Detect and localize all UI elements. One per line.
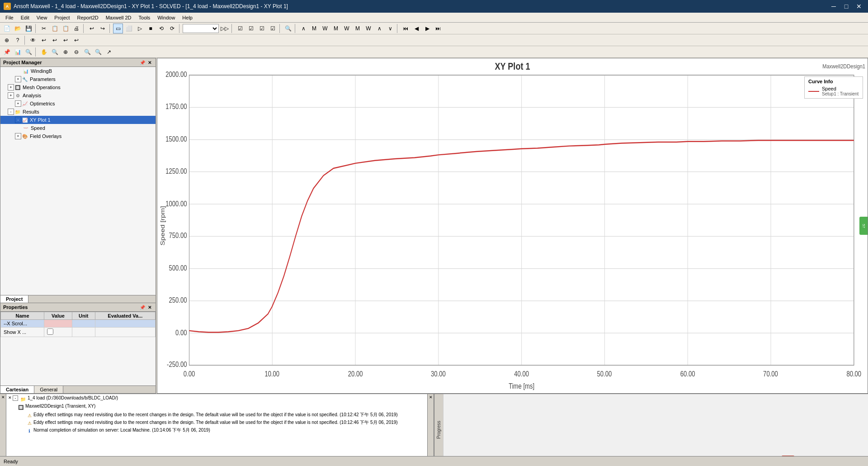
tb-draw[interactable]: ⬜ (124, 24, 134, 33)
close-button[interactable]: ✕ (854, 2, 864, 10)
tree-speed[interactable]: 〰 Speed (0, 124, 156, 132)
tb-new[interactable]: 📄 (2, 24, 12, 33)
tb-wave4[interactable]: M (331, 24, 341, 33)
window-controls[interactable]: ─ □ ✕ (828, 2, 864, 10)
tb3-region[interactable]: 🔍 (93, 47, 103, 57)
analysis-toggle[interactable]: + (8, 92, 14, 99)
msg-load-toggle[interactable]: - (13, 395, 18, 401)
tb-check4[interactable]: ☑ (268, 24, 278, 33)
table-row[interactable]: --X Scrol... (1, 320, 156, 328)
tree-field-overlays[interactable]: + 🎨 Field Overlays (0, 132, 156, 140)
tab-cartesian[interactable]: Cartesian (0, 386, 34, 393)
tb3-magnify[interactable]: 🔍 (50, 47, 60, 57)
tb3-zoomout[interactable]: ⊖ (71, 47, 81, 57)
mesh-toggle[interactable]: + (8, 84, 14, 90)
msg-tree-design[interactable]: 🔲 Maxwell2DDesign1 (Transient, XY) (8, 403, 425, 411)
props-header-btns[interactable]: 📌 ✕ (139, 304, 153, 310)
optimetrics-toggle[interactable]: + (15, 100, 21, 107)
tb3-search[interactable]: 🔍 (24, 47, 33, 57)
menu-window[interactable]: Window (154, 13, 179, 23)
xyplot1-toggle[interactable]: - (15, 117, 21, 123)
tb-wave7[interactable]: W (363, 24, 373, 33)
tb-prev[interactable]: ◀ (411, 24, 421, 33)
tb-run[interactable]: ▷ (135, 24, 145, 33)
tb-wave9[interactable]: ∨ (385, 24, 395, 33)
minimize-button[interactable]: ─ (828, 2, 839, 10)
tb-search[interactable]: 🔍 (283, 24, 293, 33)
tb-redo[interactable]: ↪ (98, 24, 108, 33)
tb-save[interactable]: 💾 (24, 24, 33, 33)
tb3-fit[interactable]: 🔍 (82, 47, 92, 57)
tree-analysis[interactable]: + ⚙ Analysis (0, 91, 156, 100)
tb2-eye[interactable]: 👁 (28, 35, 38, 45)
show-x-checkbox[interactable] (47, 328, 53, 335)
tb-dropdown[interactable] (183, 24, 219, 33)
prop-value-2[interactable] (44, 328, 72, 337)
tab-general[interactable]: General (34, 386, 63, 393)
menu-maxwell2d[interactable]: Maxwell 2D (102, 13, 135, 23)
tree-windingb[interactable]: 📊 WindingB (0, 67, 156, 75)
tb-wave1[interactable]: ∧ (298, 24, 308, 33)
menu-report2d[interactable]: Report2D (74, 13, 102, 23)
tree-parameters[interactable]: + 🔧 Parameters (0, 75, 156, 83)
tb-wave6[interactable]: M (353, 24, 363, 33)
bottom-panel-close[interactable]: ✕ (1, 395, 5, 399)
pm-pin-btn[interactable]: 📌 (139, 59, 146, 66)
menu-edit[interactable]: Edit (17, 13, 33, 23)
results-toggle[interactable]: - (8, 109, 14, 115)
tb-refresh1[interactable]: ⟲ (156, 24, 166, 33)
tb-next[interactable]: ▶ (422, 24, 432, 33)
menu-file[interactable]: File (2, 13, 17, 23)
tb3-zoomin[interactable]: ⊕ (61, 47, 71, 57)
tb-open[interactable]: 📂 (13, 24, 23, 33)
tb-select[interactable]: ▭ (113, 24, 123, 33)
msg-tree-load[interactable]: ✕ - 📁 1_4 load (D:/360Downloads/b/BLDC_L… (8, 395, 425, 403)
tb2-r1[interactable]: ↩ (39, 35, 49, 45)
tb-refresh2[interactable]: ⟳ (167, 24, 177, 33)
tb-wave3[interactable]: W (320, 24, 330, 33)
tb3-hand[interactable]: ✋ (39, 47, 49, 57)
tree-results[interactable]: - 📁 Results (0, 108, 156, 116)
tb-wave5[interactable]: W (342, 24, 352, 33)
tb-check1[interactable]: ☑ (235, 24, 245, 33)
fieldoverlays-toggle[interactable]: + (15, 133, 21, 139)
side-green-button[interactable]: 57 (859, 217, 868, 235)
props-pin-btn[interactable]: 📌 (139, 304, 146, 310)
tb-check3[interactable]: ☑ (257, 24, 267, 33)
progress-panel-close[interactable]: ✕ (429, 395, 433, 399)
tree-mesh-operations[interactable]: + 🔲 Mesh Operations (0, 83, 156, 91)
tb-cut[interactable]: ✂ (39, 24, 49, 33)
tb-paste[interactable]: 📋 (61, 24, 71, 33)
props-close-btn[interactable]: ✕ (146, 304, 153, 310)
tb-first[interactable]: ⏮ (401, 24, 410, 33)
tb3-arrow[interactable]: ↗ (104, 47, 114, 57)
tb-go[interactable]: ▷▷ (220, 24, 230, 33)
tb2-r2[interactable]: ↩ (50, 35, 60, 45)
tb-copy[interactable]: 📋 (50, 24, 60, 33)
menu-tools[interactable]: Tools (135, 13, 154, 23)
prop-value-1[interactable] (44, 320, 72, 328)
menu-help[interactable]: Help (179, 13, 196, 23)
parameters-toggle[interactable]: + (15, 76, 21, 82)
menu-view[interactable]: View (33, 13, 51, 23)
tb-print[interactable]: 🖨 (71, 24, 81, 33)
tb-wave8[interactable]: ∧ (374, 24, 384, 33)
tb-wave2[interactable]: M (309, 24, 319, 33)
maximize-button[interactable]: □ (841, 2, 852, 10)
tb-stop[interactable]: ■ (146, 24, 156, 33)
tb3-chart[interactable]: 📊 (13, 47, 23, 57)
tb-check2[interactable]: ☑ (246, 24, 256, 33)
tb-last[interactable]: ⏭ (433, 24, 443, 33)
tb-undo[interactable]: ↩ (87, 24, 97, 33)
menu-project[interactable]: Project (51, 13, 73, 23)
tree-xyplot1[interactable]: - 📈 XY Plot 1 (0, 116, 156, 124)
pm-close-btn[interactable]: ✕ (146, 59, 153, 66)
tb2-r4[interactable]: ↩ (71, 35, 81, 45)
panel-header-btns[interactable]: 📌 ✕ (139, 59, 153, 66)
tb3-pin[interactable]: 📌 (2, 47, 12, 57)
tb2-add[interactable]: ⊕ (2, 35, 12, 45)
tree-optimetrics[interactable]: + 📈 Optimetrics (0, 100, 156, 108)
table-row[interactable]: Show X ... (1, 328, 156, 337)
tab-project[interactable]: Project (0, 295, 28, 303)
tb2-r3[interactable]: ↩ (61, 35, 71, 45)
